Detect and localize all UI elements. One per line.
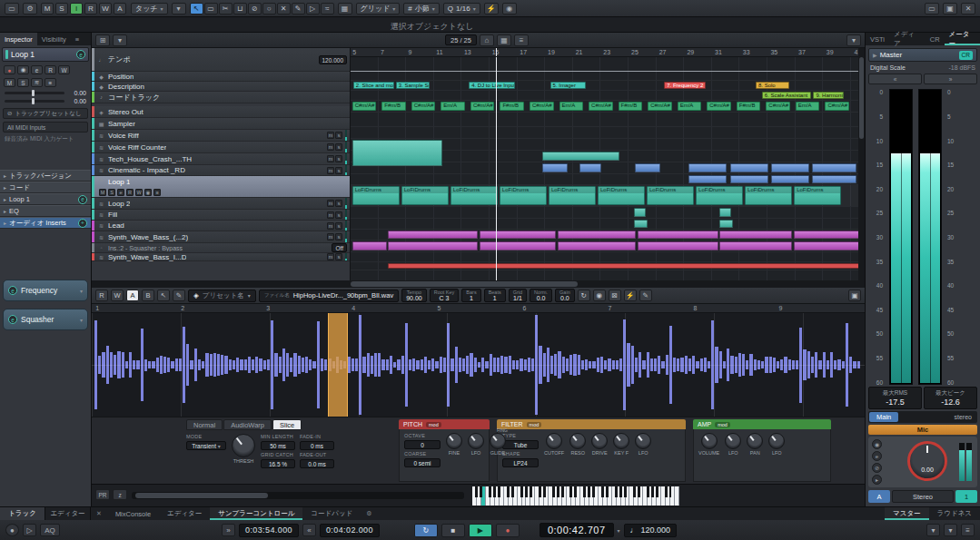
slice-field-fadeout[interactable]: 0.0 ms: [300, 459, 334, 468]
line-tool[interactable]: ≈: [321, 3, 334, 15]
timeline-ruler[interactable]: 57911131517192123252729313335373941: [351, 48, 865, 57]
mic-strip[interactable]: Mic: [868, 425, 977, 435]
record-button[interactable]: ●: [496, 524, 520, 537]
right-tab-CR[interactable]: CR: [926, 33, 945, 45]
maximize-window-icon[interactable]: ▣: [943, 3, 957, 15]
s-mini-button[interactable]: s: [335, 222, 342, 230]
lfo-knob[interactable]: [725, 433, 741, 449]
cycle-marker[interactable]: 7. Frequency 2: [664, 82, 705, 89]
record-enable-button[interactable]: ●: [4, 65, 15, 74]
audio-clip[interactable]: [634, 208, 645, 217]
drive-knob[interactable]: [591, 433, 608, 449]
event-display[interactable]: 2. Slice and mod3. Sample Set4. DJ to Li…: [351, 57, 865, 280]
volume-knob[interactable]: [701, 433, 718, 449]
cr-dim-button[interactable]: ⊘: [872, 463, 882, 473]
edit-channel-button[interactable]: e: [76, 50, 85, 59]
vertical-scrollbar[interactable]: [858, 48, 865, 280]
m-mini-button[interactable]: m: [327, 155, 334, 162]
tab-inspector[interactable]: Inspector: [0, 33, 37, 45]
write-automation-button[interactable]: W: [58, 65, 70, 74]
chord-event[interactable]: Em/A: [559, 102, 584, 111]
audio-clip[interactable]: [352, 140, 442, 166]
m-mini-button[interactable]: m: [327, 200, 334, 207]
right-zone-tab-マスター[interactable]: マスター: [885, 507, 929, 520]
pan-knob[interactable]: [747, 433, 763, 449]
right-tab-メーター[interactable]: メーター: [945, 33, 980, 45]
piano-black-key[interactable]: [638, 486, 640, 497]
aq-button[interactable]: AQ: [40, 524, 60, 536]
solo-button[interactable]: S: [17, 78, 29, 87]
slice-field-fadein[interactable]: 0 ms: [300, 441, 334, 450]
audio-clip[interactable]: [579, 163, 601, 172]
cycle-marker[interactable]: 4. DJ to Live Input: [469, 82, 515, 89]
audio-clip-lofidrums[interactable]: LoFiDrums: [500, 186, 547, 205]
editor-pencil-tool-icon[interactable]: ✎: [173, 290, 185, 301]
type-value[interactable]: Tube: [502, 440, 539, 449]
filter-header[interactable]: FILTERmod: [497, 419, 686, 429]
audio-clip[interactable]: [638, 241, 718, 250]
range-tool[interactable]: ▭: [204, 3, 218, 15]
global-i-button[interactable]: I: [70, 3, 83, 15]
cycle-marker[interactable]: 8. Solo: [756, 82, 789, 89]
audio-clip[interactable]: [388, 241, 477, 250]
audio-clip[interactable]: [388, 263, 862, 269]
close-window-icon[interactable]: ✕: [961, 3, 975, 15]
time-display[interactable]: 0:00:42.707: [539, 523, 614, 537]
chord-event[interactable]: C#m/A#: [530, 102, 554, 111]
piano-black-key[interactable]: [624, 486, 627, 497]
editor-field-rootkey[interactable]: Root KeyC 3: [430, 289, 460, 302]
audio-clip[interactable]: [480, 231, 557, 239]
m-mini-button[interactable]: m: [327, 143, 334, 151]
track-preset-row[interactable]: ⊘トラックプリセットなし: [3, 108, 88, 119]
audio-clip[interactable]: [634, 220, 648, 228]
transport-panel-button[interactable]: ●: [5, 524, 19, 536]
audio-clip[interactable]: [388, 231, 477, 239]
main-output-button[interactable]: Main: [869, 412, 898, 422]
piano-black-key[interactable]: [493, 486, 496, 497]
insert-edit-button[interactable]: e: [8, 315, 17, 324]
cycle-marker[interactable]: 2. Slice and mod: [353, 82, 394, 89]
piano-black-key[interactable]: [656, 486, 658, 497]
monitor-level-knob[interactable]: 0.00: [907, 441, 947, 481]
track-row-5[interactable]: ▦Sampler: [92, 118, 350, 130]
audio-clip[interactable]: [638, 231, 718, 239]
cycle-marker[interactable]: 6. Scale Assistant: [762, 92, 811, 99]
chord-event[interactable]: C#m/A#: [766, 102, 790, 111]
s-mini-button[interactable]: s: [335, 253, 342, 260]
glue-tool[interactable]: ⊔: [233, 3, 247, 15]
automation-value[interactable]: Off: [332, 243, 347, 252]
preset-field[interactable]: ◈プリセット名▾: [188, 290, 256, 302]
piano-black-key[interactable]: [520, 486, 523, 497]
project-cursor[interactable]: [496, 57, 497, 280]
global-w-button[interactable]: W: [99, 3, 112, 15]
audio-clip-lofidrums[interactable]: LoFiDrums: [647, 186, 694, 205]
lower-zone-gear-icon[interactable]: ⚙: [361, 507, 377, 520]
piano-keyboard[interactable]: [472, 486, 679, 506]
right-locator[interactable]: 0:04:02.000: [320, 524, 380, 537]
master-row[interactable]: ▶MasterCR: [868, 48, 977, 62]
chord-event[interactable]: Em/A: [678, 102, 702, 111]
audio-clip[interactable]: [730, 163, 768, 172]
waveform-display[interactable]: [92, 313, 865, 417]
meter-scale-row[interactable]: Digital Scale-18 dBFS: [866, 62, 980, 72]
piano-black-key[interactable]: [507, 486, 510, 497]
split-tool[interactable]: ✂: [219, 3, 233, 15]
chord-event[interactable]: C#m/A#: [470, 102, 495, 111]
piano-black-key[interactable]: [489, 486, 491, 497]
color-tool-icon[interactable]: ▦: [338, 3, 352, 15]
editor-write-button[interactable]: W: [111, 290, 124, 301]
audio-clip[interactable]: [812, 175, 856, 183]
overview-scrollbar[interactable]: [132, 492, 464, 499]
chord-event[interactable]: F#m/B: [619, 102, 643, 111]
lfo-knob[interactable]: [468, 433, 484, 449]
sel-track-R-button[interactable]: R: [126, 189, 134, 196]
sel-track-W-button[interactable]: W: [135, 189, 143, 196]
editor-field-gain[interactable]: Gain0.0: [555, 289, 575, 302]
editor-lock-icon[interactable]: ⊠: [609, 290, 621, 301]
audio-clip[interactable]: [812, 163, 856, 172]
track-row-13[interactable]: ≋Leadms: [92, 221, 350, 231]
audio-clip[interactable]: [719, 231, 792, 239]
object-select-tool[interactable]: ↖: [190, 3, 203, 15]
piano-key[interactable]: [675, 486, 679, 506]
v-scroll-thumb[interactable]: [859, 57, 864, 139]
